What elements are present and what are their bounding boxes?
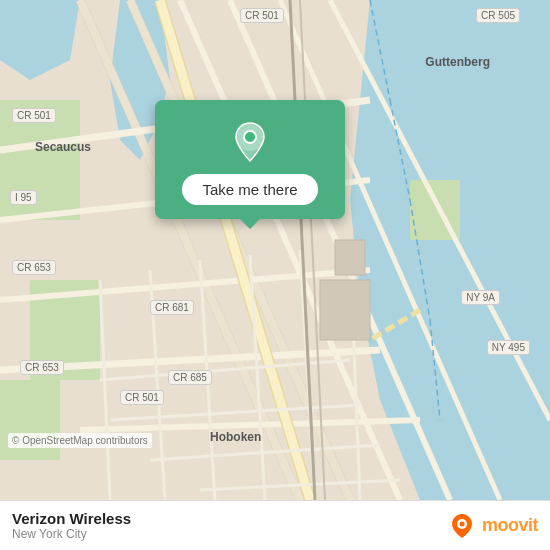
map-container: CR 501 CR 505 Guttenberg Secaucus CR 501… [0, 0, 550, 500]
popup-card: Take me there [155, 100, 345, 219]
moovit-pin-icon [448, 512, 476, 540]
location-name: Verizon Wireless [12, 510, 131, 527]
road-label-cr501-top: CR 501 [240, 8, 284, 23]
moovit-logo: moovit [448, 512, 538, 540]
road-label-cr681: CR 681 [150, 300, 194, 315]
road-label-cr501-bot: CR 501 [120, 390, 164, 405]
svg-point-46 [459, 521, 464, 526]
road-label-ny495: NY 495 [487, 340, 530, 355]
road-label-i95: I 95 [10, 190, 37, 205]
road-label-ny9a: NY 9A [461, 290, 500, 305]
svg-rect-6 [0, 380, 60, 460]
location-pin-icon [228, 120, 272, 164]
map-attribution: © OpenStreetMap contributors [8, 433, 152, 448]
svg-point-44 [245, 132, 255, 142]
road-label-cr653-bot: CR 653 [20, 360, 64, 375]
location-city: New York City [12, 527, 131, 541]
app-info: Verizon Wireless New York City [12, 510, 131, 541]
road-label-cr653-top: CR 653 [12, 260, 56, 275]
moovit-brand-text: moovit [482, 515, 538, 536]
map-svg [0, 0, 550, 500]
svg-rect-41 [335, 240, 365, 275]
bottom-bar: Verizon Wireless New York City moovit [0, 500, 550, 550]
take-me-there-button[interactable]: Take me there [182, 174, 317, 205]
road-label-cr505: CR 505 [476, 8, 520, 23]
road-label-cr685: CR 685 [168, 370, 212, 385]
svg-rect-40 [320, 280, 370, 340]
road-label-cr501-left: CR 501 [12, 108, 56, 123]
